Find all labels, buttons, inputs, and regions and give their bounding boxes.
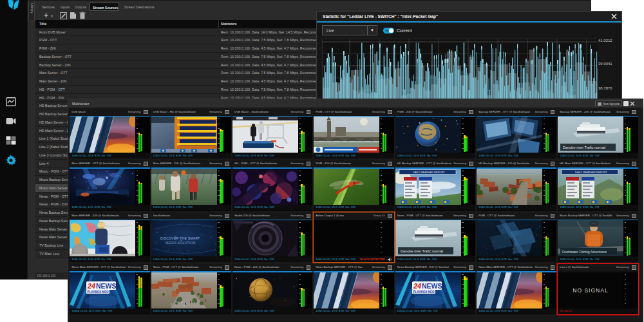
svg-text:Freshwater Fishing Adventures: Freshwater Fishing Adventures	[562, 250, 607, 254]
svg-text:NEWS: NEWS	[96, 281, 117, 289]
svg-text:MEDIA SOLUTION: MEDIA SOLUTION	[166, 241, 196, 245]
svg-text:24: 24	[413, 281, 421, 289]
svg-text:PLAYBOX NEO: PLAYBOX NEO	[88, 290, 109, 294]
svg-text:DISCOVER THE SMART: DISCOVER THE SMART	[160, 236, 200, 240]
svg-text:NEWS: NEWS	[422, 281, 442, 289]
svg-text:NO SIGNAL: NO SIGNAL	[573, 287, 609, 294]
svg-text:DAILY WEATHER REPORT: DAILY WEATHER REPORT	[413, 170, 445, 173]
svg-text:PLAYBOX NEO: PLAYBOX NEO	[413, 290, 434, 294]
svg-text:Danube river Trafic normal: Danube river Trafic normal	[401, 249, 443, 253]
svg-text:Danube river Trafic normal: Danube river Trafic normal	[563, 146, 605, 149]
svg-text:DAILY WEATHER REPORT: DAILY WEATHER REPORT	[575, 170, 607, 173]
svg-text:24: 24	[87, 281, 95, 289]
